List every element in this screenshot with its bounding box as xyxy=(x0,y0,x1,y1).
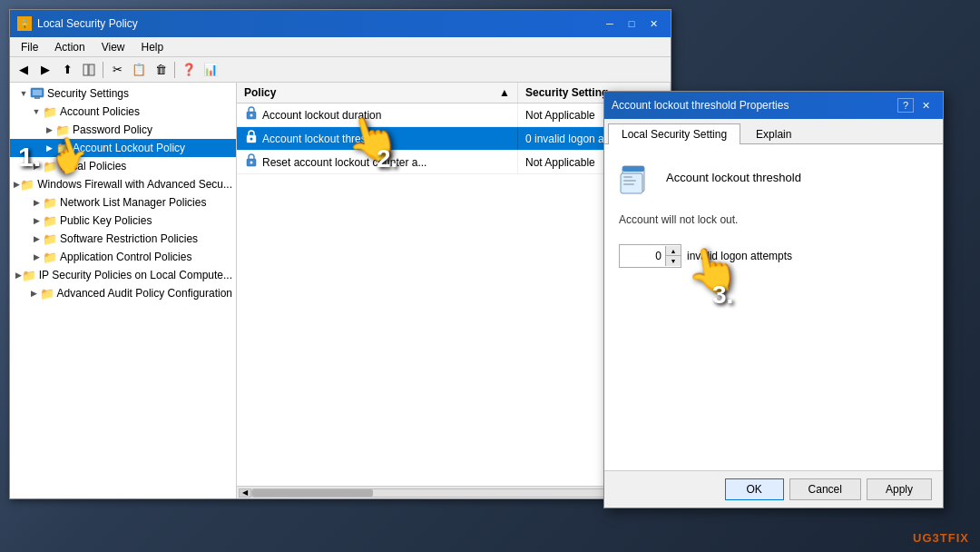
folder-icon-ipsec: 📁 xyxy=(22,268,36,282)
scroll-track[interactable] xyxy=(251,488,656,498)
policy-setting-0: Not Applicable xyxy=(525,109,595,122)
properties-button[interactable]: 📋 xyxy=(129,61,149,79)
app-icon: 🔒 xyxy=(17,16,32,31)
dialog-title-bar: Account lockout threshold Properties ? ✕ xyxy=(604,92,943,119)
svg-rect-15 xyxy=(623,180,636,182)
policy-cell-name-2: Reset account lockout counter a... xyxy=(237,151,518,173)
sort-arrow-policy: ▲ xyxy=(499,86,510,99)
menu-help[interactable]: Help xyxy=(134,39,172,54)
title-bar: 🔒 Local Security Policy ─ □ ✕ xyxy=(10,10,671,37)
show-hide-button[interactable] xyxy=(79,61,99,79)
policy-column-label: Policy xyxy=(244,86,276,99)
dialog-policy-name: Account lockout threshold xyxy=(666,171,801,184)
policy-cell-name-0: Account lockout duration xyxy=(237,104,518,126)
maximize-button[interactable]: □ xyxy=(622,15,642,32)
menu-bar: File Action View Help xyxy=(10,37,671,57)
apply-button[interactable]: Apply xyxy=(867,478,932,500)
svg-point-6 xyxy=(250,114,253,117)
folder-icon-audit: 📁 xyxy=(40,286,54,301)
sidebar-item-ip-security[interactable]: ▶ 📁 IP Security Policies on Local Comput… xyxy=(10,266,236,284)
dialog-tabs: Local Security Setting Explain xyxy=(604,119,943,144)
dialog-title: Account lockout threshold Properties xyxy=(612,99,789,112)
folder-icon-software: 📁 xyxy=(43,232,57,246)
expand-arrow-software: ▶ xyxy=(30,234,43,243)
sidebar-label-software-restriction: Software Restriction Policies xyxy=(60,232,198,245)
sidebar-item-firewall[interactable]: ▶ 📁 Windows Firewall with Advanced Secu.… xyxy=(10,175,236,193)
sidebar-item-account-policies[interactable]: ▼ 📁 Account Policies xyxy=(10,103,236,121)
svg-point-10 xyxy=(250,162,253,164)
sidebar-item-software-restriction[interactable]: ▶ 📁 Software Restriction Policies xyxy=(10,230,236,248)
window-title: Local Security Policy xyxy=(37,17,138,30)
menu-view[interactable]: View xyxy=(94,39,132,54)
expand-arrow-appcontrol: ▶ xyxy=(30,252,43,261)
spin-up-button[interactable]: ▲ xyxy=(666,246,681,256)
tab-label-1: Explain xyxy=(756,128,791,141)
dialog-close-button[interactable]: ✕ xyxy=(916,97,936,113)
toolbar-separator-1 xyxy=(103,62,103,78)
expand-arrow-local: ▶ xyxy=(30,162,43,171)
expand-arrow-password: ▶ xyxy=(43,125,55,134)
policy-icon-0 xyxy=(244,106,259,123)
export-button[interactable]: 📊 xyxy=(201,61,220,79)
policy-name-0: Account lockout duration xyxy=(262,109,381,122)
spinbox-arrows: ▲ ▼ xyxy=(665,246,681,266)
svg-rect-16 xyxy=(623,183,634,185)
policy-name-2: Reset account lockout counter a... xyxy=(262,156,426,169)
cancel-button[interactable]: Cancel xyxy=(789,478,861,500)
folder-icon-local: 📁 xyxy=(43,159,57,173)
folder-icon-lockout: 📁 xyxy=(55,141,70,155)
menu-file[interactable]: File xyxy=(14,39,45,54)
refresh-button[interactable]: 🗑 xyxy=(151,61,171,79)
tab-explain[interactable]: Explain xyxy=(742,123,805,144)
svg-rect-3 xyxy=(33,90,42,95)
minimize-button[interactable]: ─ xyxy=(600,15,620,32)
ok-button[interactable]: OK xyxy=(725,478,784,500)
sidebar-label-advanced-audit: Advanced Audit Policy Configuration xyxy=(57,287,232,300)
dialog-content: Account lockout threshold Account will n… xyxy=(604,144,943,470)
sidebar-label-public-key: Public Key Policies xyxy=(60,214,152,227)
folder-icon-appcontrol: 📁 xyxy=(43,250,57,264)
menu-action[interactable]: Action xyxy=(47,39,92,54)
close-button[interactable]: ✕ xyxy=(643,15,663,32)
computer-icon xyxy=(30,86,44,101)
sidebar-item-advanced-audit[interactable]: ▶ 📁 Advanced Audit Policy Configuration xyxy=(10,284,236,302)
content-area: ▼ Security Settings ▼ 📁 Account Policies… xyxy=(10,83,671,498)
up-button[interactable]: ⬆ xyxy=(57,61,77,79)
spinbox-label: invalid logon attempts xyxy=(687,250,792,262)
sidebar-item-network-list[interactable]: ▶ 📁 Network List Manager Policies xyxy=(10,193,236,212)
svg-rect-12 xyxy=(622,166,644,172)
folder-icon-network: 📁 xyxy=(43,195,57,210)
sidebar-item-password-policy[interactable]: ▶ 📁 Password Policy xyxy=(10,121,236,139)
help-button[interactable]: ❓ xyxy=(179,61,199,79)
tab-local-security-setting[interactable]: Local Security Setting xyxy=(608,123,740,144)
forward-button[interactable]: ▶ xyxy=(35,61,55,79)
toolbar-separator-2 xyxy=(174,62,175,78)
policy-cell-name-1: Account lockout threshold xyxy=(237,127,518,150)
watermark-accent: 3T xyxy=(933,531,948,545)
window-controls: ─ □ ✕ xyxy=(600,15,663,32)
spinbox-input[interactable] xyxy=(620,245,665,267)
sidebar-item-public-key[interactable]: ▶ 📁 Public Key Policies xyxy=(10,212,236,230)
sidebar-label-security-settings: Security Settings xyxy=(47,87,129,100)
svg-rect-14 xyxy=(623,176,632,178)
column-header-policy[interactable]: Policy ▲ xyxy=(237,83,518,103)
sidebar-item-application-control[interactable]: ▶ 📁 Application Control Policies xyxy=(10,248,236,266)
scroll-left[interactable]: ◀ xyxy=(239,488,251,498)
sidebar-label-account-policies: Account Policies xyxy=(60,105,140,118)
sidebar-item-security-settings[interactable]: ▼ Security Settings xyxy=(10,84,236,103)
sidebar-item-local-policies[interactable]: ▶ 📁 Local Policies xyxy=(10,157,236,175)
policy-icon-1 xyxy=(244,130,259,147)
expand-arrow-account: ▼ xyxy=(30,107,43,116)
title-bar-left: 🔒 Local Security Policy xyxy=(17,16,138,31)
delete-button[interactable]: ✂ xyxy=(107,61,127,79)
sidebar-label-password-policy: Password Policy xyxy=(73,123,152,136)
expand-arrow-lockout: ▶ xyxy=(43,143,55,153)
folder-icon-pubkey: 📁 xyxy=(43,213,57,228)
sidebar: ▼ Security Settings ▼ 📁 Account Policies… xyxy=(10,83,237,498)
dialog-help-button[interactable]: ? xyxy=(897,98,914,113)
back-button[interactable]: ◀ xyxy=(14,61,34,79)
expand-arrow-root: ▼ xyxy=(17,89,30,98)
sidebar-item-account-lockout-policy[interactable]: ▶ 📁 Account Lockout Policy xyxy=(10,139,236,157)
svg-point-8 xyxy=(250,138,253,141)
spin-down-button[interactable]: ▼ xyxy=(666,256,681,266)
